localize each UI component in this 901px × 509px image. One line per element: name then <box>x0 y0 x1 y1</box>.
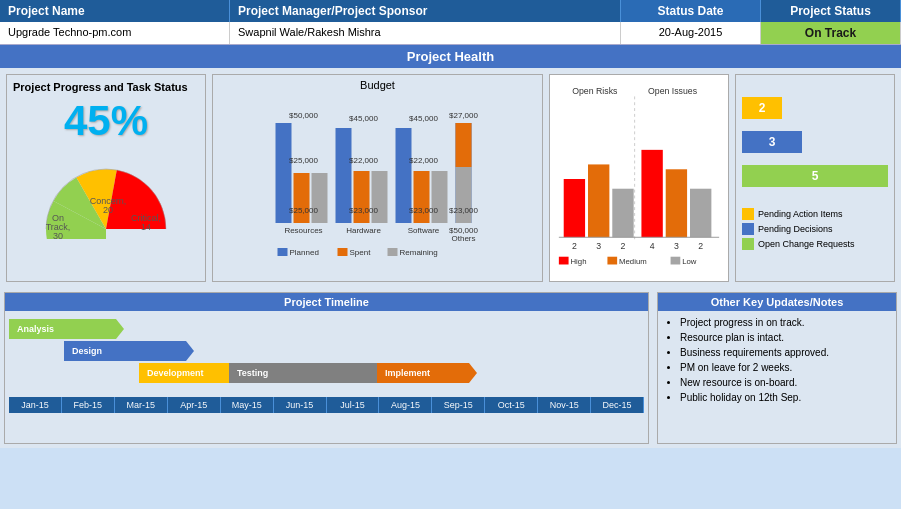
project-name-value: Upgrade Techno-pm.com <box>0 22 230 44</box>
manager-value: Swapnil Wale/Rakesh Mishra <box>230 22 621 44</box>
svg-text:Open Risks: Open Risks <box>572 86 618 96</box>
svg-rect-16 <box>372 171 388 223</box>
project-health-title: Project Health <box>0 45 901 68</box>
month-cell: Jul-15 <box>327 397 380 413</box>
svg-text:3: 3 <box>674 241 679 251</box>
change-requests-label: Open Change Requests <box>758 239 855 249</box>
decisions-bar: 3 <box>742 131 802 153</box>
risks-issues-panel: Open Risks 2 3 2 Open Issues 4 3 2 <box>549 74 729 282</box>
svg-text:$22,000: $22,000 <box>349 156 378 165</box>
month-cell: Sep-15 <box>432 397 485 413</box>
svg-rect-49 <box>641 150 662 237</box>
note-item: Business requirements approved. <box>680 345 890 360</box>
svg-rect-57 <box>559 257 569 265</box>
month-cell: Aug-15 <box>379 397 432 413</box>
svg-text:3: 3 <box>596 241 601 251</box>
svg-text:2: 2 <box>621 241 626 251</box>
timeline-title: Project Timeline <box>5 293 648 311</box>
testing-arrow: Testing <box>229 363 389 383</box>
svg-rect-44 <box>588 164 609 237</box>
note-item: Project progress in on track. <box>680 315 890 330</box>
note-item: PM on leave for 2 weeks. <box>680 360 890 375</box>
svg-text:2: 2 <box>698 241 703 251</box>
svg-rect-8 <box>294 173 310 223</box>
svg-text:$45,000: $45,000 <box>409 114 438 123</box>
change-requests-legend: Open Change Requests <box>742 238 888 250</box>
month-cell: Feb-15 <box>62 397 115 413</box>
progress-title: Project Progress and Task Status <box>13 81 199 93</box>
notes-title: Other Key Updates/Notes <box>658 293 896 311</box>
month-cell: Apr-15 <box>168 397 221 413</box>
counts-panel: 2 3 5 Pending Action Items Pending Decis… <box>735 74 895 282</box>
svg-rect-59 <box>607 257 617 265</box>
svg-text:$25,000: $25,000 <box>289 206 318 215</box>
svg-text:4: 4 <box>650 241 655 251</box>
svg-rect-35 <box>278 248 288 256</box>
svg-rect-53 <box>690 189 711 238</box>
notes-list: Project progress in on track.Resource pl… <box>664 315 890 405</box>
svg-rect-39 <box>388 248 398 256</box>
svg-text:Spent: Spent <box>350 248 372 257</box>
svg-rect-15 <box>354 171 370 223</box>
svg-text:$22,000: $22,000 <box>409 156 438 165</box>
svg-rect-42 <box>564 179 585 237</box>
risks-issues-chart: Open Risks 2 3 2 Open Issues 4 3 2 <box>554 79 724 279</box>
design-arrow: Design <box>64 341 194 361</box>
svg-text:Medium: Medium <box>619 257 647 266</box>
svg-text:Planned: Planned <box>290 248 319 257</box>
percent-value: 45% <box>13 97 199 145</box>
svg-rect-23 <box>432 171 448 223</box>
svg-text:Resources: Resources <box>284 226 322 235</box>
budget-panel: Budget $50,000 $25,000 $25,000 Resources… <box>212 74 543 282</box>
svg-text:$23,000: $23,000 <box>349 206 378 215</box>
note-item: Public holiday on 12th Sep. <box>680 390 890 405</box>
month-cell: Oct-15 <box>485 397 538 413</box>
implement-arrow: Implement <box>377 363 477 383</box>
svg-rect-37 <box>338 248 348 256</box>
analysis-arrow: Analysis <box>9 319 124 339</box>
action-items-bar: 2 <box>742 97 782 119</box>
status-date-header: Status Date <box>621 0 761 22</box>
project-status-value: On Track <box>761 22 901 44</box>
svg-text:Remaining: Remaining <box>400 248 438 257</box>
notes-panel: Other Key Updates/Notes Project progress… <box>657 292 897 444</box>
svg-text:Others: Others <box>451 234 475 243</box>
svg-text:14: 14 <box>141 222 151 232</box>
svg-text:$27,000: $27,000 <box>449 111 478 120</box>
svg-text:20: 20 <box>103 205 113 215</box>
month-cell: Jan-15 <box>9 397 62 413</box>
svg-text:2: 2 <box>572 241 577 251</box>
pie-chart: On Track, 30 Concern, 20 Critical, 14 <box>13 149 199 239</box>
note-item: New resource is on-board. <box>680 375 890 390</box>
month-cell: Dec-15 <box>591 397 644 413</box>
svg-text:30: 30 <box>53 231 63 239</box>
action-items-legend: Pending Action Items <box>742 208 888 220</box>
progress-panel: Project Progress and Task Status 45% <box>6 74 206 282</box>
change-requests-bar: 5 <box>742 165 888 187</box>
svg-rect-9 <box>312 173 328 223</box>
svg-text:Software: Software <box>408 226 440 235</box>
budget-title: Budget <box>217 79 538 91</box>
svg-rect-46 <box>612 189 633 238</box>
month-cell: Nov-15 <box>538 397 591 413</box>
budget-chart: $50,000 $25,000 $25,000 Resources $45,00… <box>217 93 538 263</box>
svg-text:Open Issues: Open Issues <box>648 86 698 96</box>
svg-rect-29 <box>456 123 472 167</box>
svg-rect-22 <box>414 171 430 223</box>
month-cell: May-15 <box>221 397 274 413</box>
note-item: Resource plan is intact. <box>680 330 890 345</box>
status-date-value: 20-Aug-2015 <box>621 22 761 44</box>
svg-text:Hardware: Hardware <box>346 226 381 235</box>
svg-rect-51 <box>666 169 687 237</box>
svg-text:$25,000: $25,000 <box>289 156 318 165</box>
svg-text:Low: Low <box>682 257 697 266</box>
svg-rect-61 <box>671 257 681 265</box>
timeline-panel: Project Timeline Analysis Design Develop… <box>4 292 649 444</box>
project-status-header: Project Status <box>761 0 901 22</box>
project-name-header: Project Name <box>0 0 230 22</box>
svg-text:$23,000: $23,000 <box>449 206 478 215</box>
action-items-label: Pending Action Items <box>758 209 843 219</box>
timeline-months: Jan-15Feb-15Mar-15Apr-15May-15Jun-15Jul-… <box>9 397 644 413</box>
month-cell: Jun-15 <box>274 397 327 413</box>
svg-text:$50,000: $50,000 <box>289 111 318 120</box>
